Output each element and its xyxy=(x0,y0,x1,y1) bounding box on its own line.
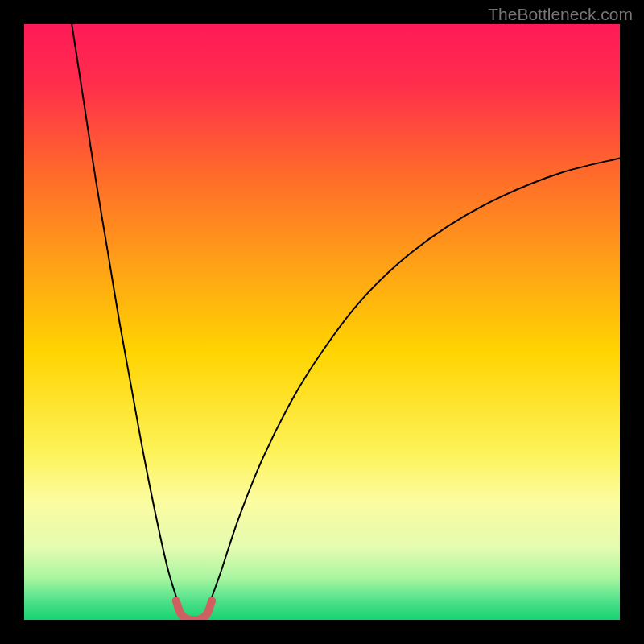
gradient-background xyxy=(24,24,620,620)
chart-container: TheBottleneck.com xyxy=(0,0,644,644)
watermark-text: TheBottleneck.com xyxy=(488,5,633,24)
plot-area xyxy=(24,24,620,620)
chart-svg xyxy=(24,24,620,620)
